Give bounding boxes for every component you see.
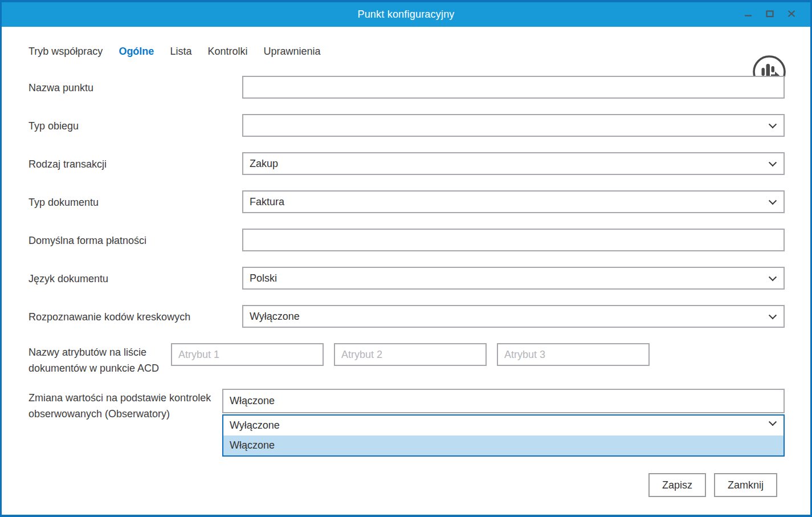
nazwa-punktu-label: Nazwa punktu bbox=[28, 76, 242, 99]
form-row-kody-kreskowe: Rozpoznawanie kodów kreskowych Wyłączone bbox=[28, 305, 785, 328]
tab-bar: Tryb współpracy Ogólne Lista Kontrolki U… bbox=[28, 46, 785, 58]
window-controls bbox=[743, 2, 797, 27]
window-title: Punkt konfiguracyjny bbox=[2, 9, 810, 21]
jezyk-dokumentu-label: Język dokumentu bbox=[28, 267, 242, 290]
obserwatory-value: Włączone bbox=[230, 395, 763, 407]
form-row-typ-obiegu: Typ obiegu bbox=[28, 114, 785, 137]
close-dialog-button[interactable]: Zamknij bbox=[714, 473, 777, 497]
jezyk-dokumentu-value: Polski bbox=[250, 272, 763, 284]
form-row-nazwa-punktu: Nazwa punktu bbox=[28, 76, 785, 99]
atrybut-3-input[interactable] bbox=[497, 343, 650, 366]
atrybut-1-input[interactable] bbox=[171, 343, 324, 366]
rodzaj-transakcji-value: Zakup bbox=[250, 158, 763, 170]
form-row-obserwatory: Zmiana wartości na podstawie kontrolek o… bbox=[28, 389, 785, 457]
kody-kreskowe-select[interactable]: Wyłączone bbox=[242, 305, 785, 328]
form-row-atrybuty: Nazwy atrybutów na liście dokumentów w p… bbox=[28, 343, 785, 376]
typ-obiegu-select[interactable] bbox=[242, 114, 785, 137]
tab-lista[interactable]: Lista bbox=[170, 46, 191, 58]
form-row-typ-dokumentu: Typ dokumentu Faktura bbox=[28, 190, 785, 213]
chevron-down-icon bbox=[769, 273, 777, 281]
typ-dokumentu-value: Faktura bbox=[250, 196, 763, 208]
domyslna-forma-platnosci-label: Domyślna forma płatności bbox=[28, 229, 242, 251]
chevron-down-icon bbox=[769, 158, 777, 166]
save-button[interactable]: Zapisz bbox=[648, 473, 706, 497]
close-icon bbox=[787, 9, 796, 21]
obserwatory-dropdown-list: Wyłączone Włączone bbox=[222, 414, 785, 457]
typ-dokumentu-select[interactable]: Faktura bbox=[242, 190, 785, 213]
obserwatory-label: Zmiana wartości na podstawie kontrolek o… bbox=[28, 389, 222, 457]
dropdown-option-wylaczone[interactable]: Wyłączone bbox=[223, 416, 784, 435]
maximize-icon bbox=[765, 9, 774, 21]
titlebar: Punkt konfiguracyjny bbox=[2, 2, 810, 27]
minimize-icon bbox=[744, 9, 753, 21]
domyslna-forma-platnosci-input[interactable] bbox=[242, 229, 785, 251]
tab-uprawnienia[interactable]: Uprawnienia bbox=[263, 46, 320, 58]
jezyk-dokumentu-select[interactable]: Polski bbox=[242, 267, 785, 290]
typ-dokumentu-label: Typ dokumentu bbox=[28, 190, 242, 213]
form-row-rodzaj-transakcji: Rodzaj transakcji Zakup bbox=[28, 152, 785, 175]
config-point-dialog: Punkt konfiguracyjny Tryb współpra bbox=[0, 0, 812, 517]
rodzaj-transakcji-label: Rodzaj transakcji bbox=[28, 152, 242, 175]
atrybut-2-input[interactable] bbox=[334, 343, 487, 366]
tab-ogolne[interactable]: Ogólne bbox=[119, 46, 154, 58]
dropdown-option-wlaczone[interactable]: Włączone bbox=[223, 435, 784, 455]
chevron-down-icon bbox=[769, 197, 777, 205]
chevron-down-icon bbox=[769, 311, 777, 319]
form-row-jezyk-dokumentu: Język dokumentu Polski bbox=[28, 267, 785, 290]
action-buttons: Zapisz Zamknij bbox=[28, 473, 785, 497]
form-row-domyslna-forma-platnosci: Domyślna forma płatności bbox=[28, 229, 785, 251]
maximize-button[interactable] bbox=[765, 10, 775, 20]
chevron-down-icon bbox=[769, 120, 777, 128]
obserwatory-select[interactable]: Włączone bbox=[222, 389, 785, 413]
atrybuty-label: Nazwy atrybutów na liście dokumentów w p… bbox=[28, 343, 171, 376]
nazwa-punktu-input[interactable] bbox=[242, 76, 785, 99]
config-form: Nazwa punktu Typ obiegu Rodzaj transakcj… bbox=[28, 76, 785, 497]
rodzaj-transakcji-select[interactable]: Zakup bbox=[242, 152, 785, 175]
tab-tryb-wspolpracy[interactable]: Tryb współpracy bbox=[28, 46, 103, 58]
dialog-content: Tryb współpracy Ogólne Lista Kontrolki U… bbox=[2, 46, 810, 517]
minimize-button[interactable] bbox=[743, 10, 753, 20]
atrybuty-inputs bbox=[171, 343, 785, 366]
close-button[interactable] bbox=[786, 10, 797, 20]
kody-kreskowe-label: Rozpoznawanie kodów kreskowych bbox=[28, 305, 242, 328]
typ-obiegu-label: Typ obiegu bbox=[28, 114, 242, 137]
kody-kreskowe-value: Wyłączone bbox=[250, 311, 763, 323]
tab-kontrolki[interactable]: Kontrolki bbox=[207, 46, 247, 58]
